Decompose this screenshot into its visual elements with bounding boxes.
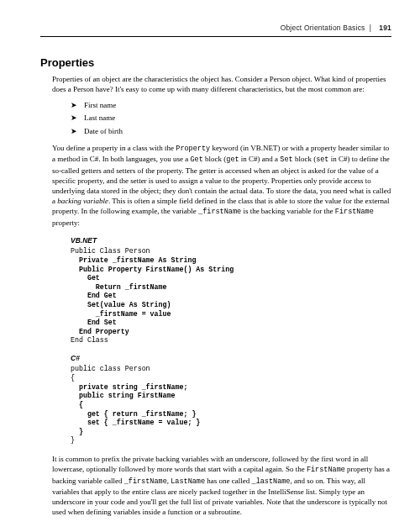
- heading-properties: Properties: [40, 55, 391, 71]
- intro-paragraph: Properties of an object are the characte…: [52, 74, 391, 94]
- bullet-text: First name: [84, 101, 116, 109]
- closing-paragraph: It is common to prefix the private backi…: [52, 454, 391, 518]
- explain-paragraph: You define a property in a class with th…: [52, 143, 391, 228]
- list-item: ➤Last name: [71, 113, 391, 123]
- header-rule: [40, 36, 391, 37]
- code-inline: Get: [190, 155, 202, 164]
- code-inline: FirstName: [335, 208, 374, 216]
- list-item: ➤First name: [71, 100, 391, 110]
- code-block-vbnet: Public Class Person Private _firstName A…: [71, 247, 391, 345]
- bullet-text: Date of birth: [84, 127, 123, 135]
- bullet-text: Last name: [84, 113, 115, 122]
- code-label-csharp: C#: [71, 354, 391, 363]
- code-inline: Property: [176, 145, 210, 153]
- code-inline: _firstName: [198, 208, 241, 216]
- body: Properties of an object are the characte…: [52, 74, 391, 517]
- section-title: Object Orientation Basics: [281, 24, 365, 32]
- code-inline: set: [316, 155, 328, 164]
- page-number: 191: [379, 24, 391, 32]
- arrow-icon: ➤: [71, 113, 84, 123]
- code-inline: Set: [280, 155, 292, 164]
- code-label-vbnet: VB.NET: [71, 236, 391, 245]
- bullet-list: ➤First name ➤Last name ➤Date of birth: [71, 100, 391, 135]
- code-inline: LastName: [171, 477, 205, 486]
- running-header: Object Orientation Basics | 191: [40, 24, 391, 33]
- code-inline: FirstName: [307, 466, 345, 474]
- term-backing-variable: backing variable: [57, 197, 108, 205]
- page: Object Orientation Basics | 191 Properti…: [0, 0, 420, 527]
- code-block-csharp: public class Person { private string _fi…: [71, 365, 391, 445]
- code-inline: _lastName: [252, 477, 291, 486]
- arrow-icon: ➤: [71, 100, 84, 110]
- code-inline: get: [226, 155, 239, 164]
- list-item: ➤Date of birth: [71, 126, 391, 136]
- arrow-icon: ➤: [71, 126, 84, 136]
- separator: |: [370, 24, 371, 32]
- code-inline: _firstName: [124, 477, 167, 486]
